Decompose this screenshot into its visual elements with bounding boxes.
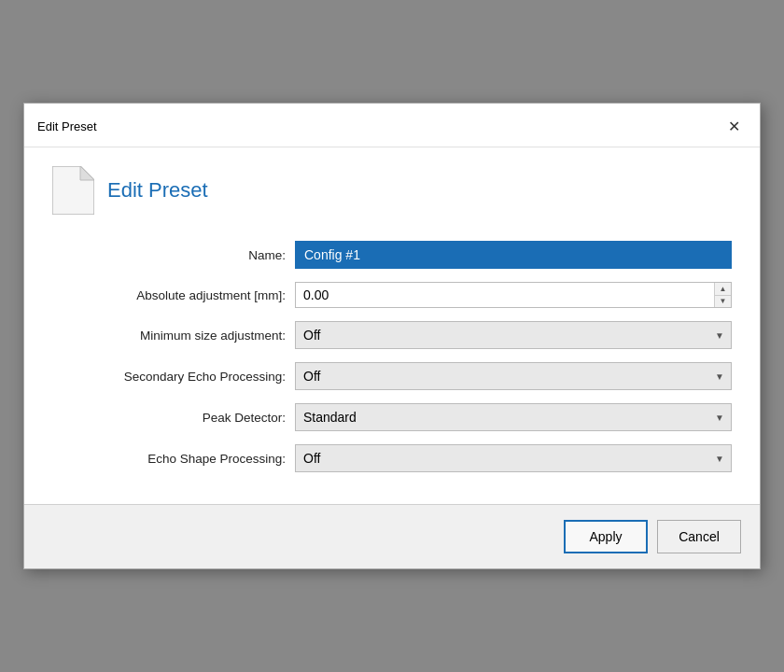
- peak-detector-select-wrapper: Standard Advanced ▼: [295, 403, 732, 431]
- dialog-body: Edit Preset Name: Absolute adjustment [m…: [24, 147, 760, 504]
- peak-detector-label: Peak Detector:: [52, 411, 295, 425]
- minimum-size-row: Minimum size adjustment: Off Low Medium …: [52, 321, 732, 349]
- echo-shape-label: Echo Shape Processing:: [52, 452, 295, 466]
- secondary-echo-select[interactable]: Off On: [295, 362, 732, 390]
- minimum-size-select[interactable]: Off Low Medium High: [295, 321, 732, 349]
- title-bar-text: Edit Preset: [37, 119, 97, 133]
- echo-shape-select-wrapper: Off On ▼: [295, 444, 732, 472]
- spinbox-arrows: ▲ ▼: [714, 283, 731, 307]
- name-row: Name:: [52, 241, 732, 269]
- absolute-adjustment-spinbox[interactable]: ▲ ▼: [295, 282, 732, 308]
- absolute-adjustment-control: ▲ ▼: [295, 282, 732, 308]
- apply-button[interactable]: Apply: [564, 520, 648, 553]
- form-section: Name: Absolute adjustment [mm]: ▲ ▼: [52, 241, 732, 485]
- minimum-size-control: Off Low Medium High ▼: [295, 321, 732, 349]
- secondary-echo-label: Secondary Echo Processing:: [52, 370, 295, 384]
- peak-detector-row: Peak Detector: Standard Advanced ▼: [52, 403, 732, 431]
- absolute-adjustment-row: Absolute adjustment [mm]: ▲ ▼: [52, 282, 732, 308]
- name-control: [295, 241, 732, 269]
- echo-shape-control: Off On ▼: [295, 444, 732, 472]
- file-icon: [52, 166, 94, 215]
- cancel-button[interactable]: Cancel: [657, 520, 741, 553]
- close-button[interactable]: ✕: [721, 113, 747, 139]
- secondary-echo-control: Off On ▼: [295, 362, 732, 390]
- peak-detector-control: Standard Advanced ▼: [295, 403, 732, 431]
- svg-marker-1: [80, 166, 94, 180]
- name-label: Name:: [52, 248, 295, 262]
- edit-preset-dialog: Edit Preset ✕ Edit Preset Name:: [23, 103, 761, 569]
- title-bar: Edit Preset ✕: [24, 104, 760, 147]
- absolute-adjustment-label: Absolute adjustment [mm]:: [52, 288, 295, 302]
- absolute-adjustment-input[interactable]: [296, 283, 714, 307]
- dialog-title: Edit Preset: [107, 178, 208, 203]
- spinbox-up-arrow[interactable]: ▲: [715, 283, 731, 296]
- minimum-size-label: Minimum size adjustment:: [52, 329, 295, 343]
- dialog-footer: Apply Cancel: [24, 504, 760, 568]
- secondary-echo-row: Secondary Echo Processing: Off On ▼: [52, 362, 732, 390]
- peak-detector-select[interactable]: Standard Advanced: [295, 403, 732, 431]
- secondary-echo-select-wrapper: Off On ▼: [295, 362, 732, 390]
- echo-shape-select[interactable]: Off On: [295, 444, 732, 472]
- name-input[interactable]: [295, 241, 732, 269]
- echo-shape-row: Echo Shape Processing: Off On ▼: [52, 444, 732, 472]
- minimum-size-select-wrapper: Off Low Medium High ▼: [295, 321, 732, 349]
- spinbox-down-arrow[interactable]: ▼: [715, 296, 731, 308]
- header-section: Edit Preset: [52, 166, 732, 215]
